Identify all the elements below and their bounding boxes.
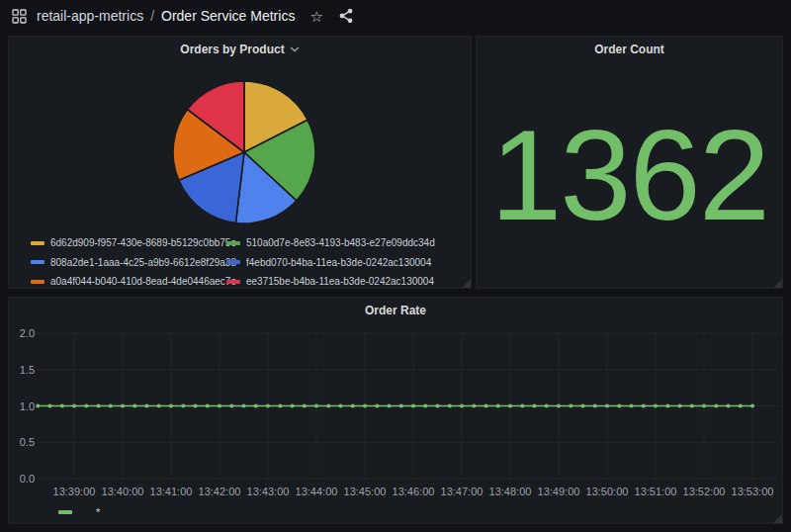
rate-data-point [423,403,427,407]
y-axis-tick-label: 2.0 [20,327,35,339]
rate-data-point [218,403,221,407]
x-axis-tick-label: 13:43:00 [247,486,290,497]
rate-data-point [363,403,367,407]
legend-color-swatch [31,280,44,284]
x-axis-tick-label: 13:45:00 [344,486,387,497]
panel-order-rate: 0.00.51.01.52.013:39:0013:40:0013:41:001… [8,297,783,524]
y-axis-tick-label: 1.5 [20,364,35,376]
pie-legend-item[interactable]: 6d62d909-f957-430e-8689-b5129c0bb75e [31,237,226,248]
rate-data-point [193,403,197,407]
legend-color-swatch [226,241,240,245]
apps-grid-icon[interactable] [12,9,27,24]
star-dashboard-button[interactable]: ☆ [309,9,322,24]
x-axis-tick-label: 13:53:00 [732,486,774,497]
legend-color-swatch [226,260,240,264]
pie-legend-item[interactable]: f4ebd070-b4ba-11ea-b3de-0242ac130004 [226,257,463,268]
legend-color-swatch [226,280,240,284]
rate-data-point [557,403,561,407]
rate-data-point [580,403,584,407]
rate-data-point [121,403,125,407]
rate-data-point [266,403,270,407]
x-axis-tick-label: 13:39:00 [53,486,96,497]
rate-data-point [545,403,549,407]
panel-title-order-rate[interactable]: Order Rate [9,298,782,323]
x-axis-tick-label: 13:44:00 [296,486,338,497]
panel-resize-handle[interactable] [773,514,782,523]
pie-legend-item[interactable]: ee3715be-b4ba-11ea-b3de-0242ac130004 [226,276,463,287]
rate-data-point [144,403,148,407]
rate-data-point [617,403,621,407]
rate-data-point [241,403,245,407]
share-icon [338,8,354,24]
pie-legend-item[interactable]: a0a4f044-b040-410d-8ead-4de0446aec7e [31,276,226,287]
rate-data-point [84,403,88,407]
breadcrumb-separator: / [150,8,154,24]
rate-data-point [206,403,210,407]
rate-data-point [290,403,294,407]
panel-title-text: Orders by Product [180,43,284,56]
x-axis-tick-label: 13:50:00 [586,486,629,497]
panel-title-text: Order Rate [365,304,426,317]
x-axis-tick-label: 13:47:00 [441,486,483,497]
rate-data-point [714,403,718,407]
rate-data-point [314,403,318,407]
x-axis-tick-label: 13:41:00 [150,486,193,497]
panel-title-order-count[interactable]: Order Count [477,37,782,62]
order-count-value: 1362 [477,62,782,288]
y-axis-tick-label: 0.5 [20,436,35,448]
legend-series-label: 510a0d7e-8e83-4193-b483-e27e09ddc34d [246,237,435,248]
legend-series-label: a0a4f044-b040-410d-8ead-4de0446aec7e [50,276,236,287]
rate-data-point [278,403,282,407]
pie-chart[interactable] [170,78,318,226]
rate-data-point [181,403,185,407]
rate-data-point [387,403,391,407]
star-icon: ☆ [309,9,322,24]
x-axis-tick-label: 13:46:00 [393,486,435,497]
x-axis-tick-label: 13:49:00 [538,486,580,497]
rate-data-point [532,403,536,407]
rate-data-point [47,403,51,407]
breadcrumb-folder[interactable]: retail-app-metrics [37,8,143,24]
rate-data-point [132,403,136,407]
rate-data-point [303,403,307,407]
rate-legend-item[interactable]: * [58,506,100,518]
share-dashboard-button[interactable] [338,8,354,24]
panel-resize-handle[interactable] [462,279,471,288]
rate-data-point [508,403,512,407]
panel-orders-by-product: Orders by Product 6d62d909-f957-430e-868… [8,36,472,289]
rate-data-point [72,403,76,407]
rate-data-point [569,403,572,407]
rate-data-point [750,403,754,407]
pie-legend: 6d62d909-f957-430e-8689-b5129c0bb75e510a… [31,233,463,292]
rate-data-point [726,403,730,407]
rate-data-point [642,403,646,407]
rate-data-point [435,403,439,407]
rate-data-point [448,403,452,407]
y-axis-tick-label: 1.0 [20,400,35,412]
time-series-chart[interactable]: 0.00.51.01.52.013:39:0013:40:0013:41:001… [9,298,782,523]
rate-data-point [326,403,330,407]
legend-series-label: f4ebd070-b4ba-11ea-b3de-0242ac130004 [246,257,431,268]
chevron-down-icon [290,46,300,52]
x-axis-tick-label: 13:52:00 [683,486,726,497]
rate-data-point [399,403,403,407]
rate-data-point [254,403,258,407]
rate-data-point [229,403,233,407]
pie-legend-item[interactable]: 510a0d7e-8e83-4193-b483-e27e09ddc34d [226,237,463,248]
legend-series-label: 6d62d909-f957-430e-8689-b5129c0bb75e [50,237,236,248]
rate-data-point [338,403,342,407]
legend-color-swatch [31,260,44,264]
rate-data-point [690,403,694,407]
x-axis-tick-label: 13:40:00 [102,486,144,497]
breadcrumb-dashboard-title: Order Service Metrics [161,8,295,24]
rate-data-point [60,403,64,407]
y-axis-tick-label: 0.0 [20,473,35,485]
panel-resize-handle[interactable] [773,279,782,288]
pie-legend-item[interactable]: 808a2de1-1aaa-4c25-a9b9-6612e8f29a38 [31,257,226,268]
panel-title-orders-by-product[interactable]: Orders by Product [9,37,471,62]
rate-data-point [520,403,524,407]
rate-data-point [593,403,597,407]
rate-data-point [654,403,658,407]
rate-data-point [605,403,609,407]
rate-data-point [157,403,161,407]
